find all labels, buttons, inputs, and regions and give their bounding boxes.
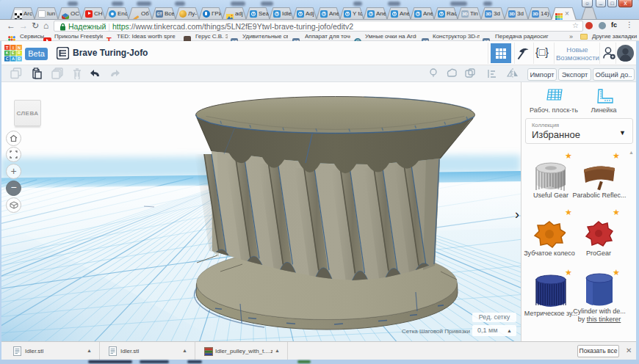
svg-text:C: C bbox=[6, 57, 9, 61]
svg-text:D: D bbox=[18, 57, 21, 61]
svg-text:K: K bbox=[6, 51, 9, 55]
svg-text:A: A bbox=[12, 57, 15, 61]
svg-text:E: E bbox=[12, 51, 15, 55]
svg-text:N: N bbox=[18, 46, 21, 50]
svg-text:R: R bbox=[18, 51, 21, 55]
